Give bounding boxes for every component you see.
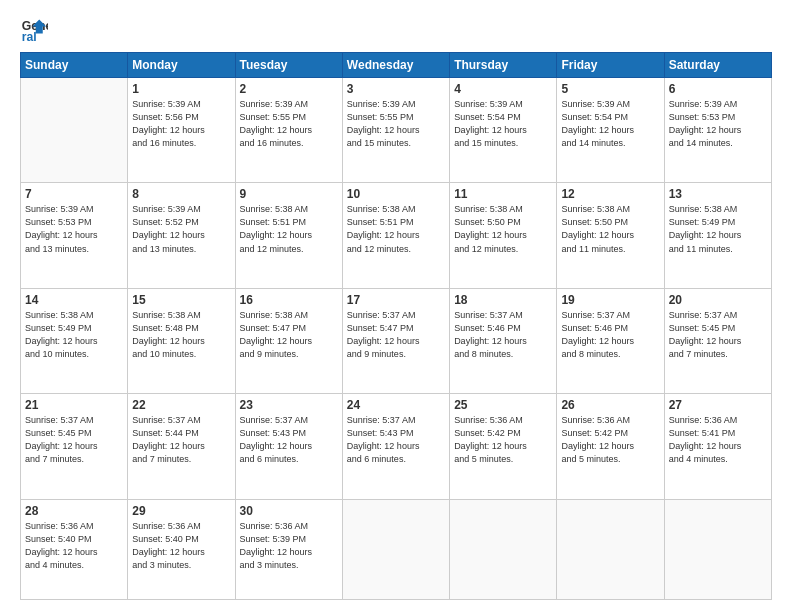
calendar-cell: 9Sunrise: 5:38 AM Sunset: 5:51 PM Daylig… bbox=[235, 183, 342, 288]
calendar-cell bbox=[664, 499, 771, 599]
day-number: 17 bbox=[347, 293, 445, 307]
day-number: 6 bbox=[669, 82, 767, 96]
day-info: Sunrise: 5:39 AM Sunset: 5:56 PM Dayligh… bbox=[132, 98, 230, 150]
day-header: Wednesday bbox=[342, 53, 449, 78]
calendar-cell: 24Sunrise: 5:37 AM Sunset: 5:43 PM Dayli… bbox=[342, 394, 449, 499]
day-number: 15 bbox=[132, 293, 230, 307]
day-number: 4 bbox=[454, 82, 552, 96]
day-info: Sunrise: 5:38 AM Sunset: 5:51 PM Dayligh… bbox=[240, 203, 338, 255]
day-header: Thursday bbox=[450, 53, 557, 78]
calendar-cell: 16Sunrise: 5:38 AM Sunset: 5:47 PM Dayli… bbox=[235, 288, 342, 393]
day-number: 14 bbox=[25, 293, 123, 307]
day-info: Sunrise: 5:38 AM Sunset: 5:50 PM Dayligh… bbox=[561, 203, 659, 255]
calendar-week-row: 21Sunrise: 5:37 AM Sunset: 5:45 PM Dayli… bbox=[21, 394, 772, 499]
day-info: Sunrise: 5:37 AM Sunset: 5:44 PM Dayligh… bbox=[132, 414, 230, 466]
logo-icon: Gene ral bbox=[20, 16, 48, 44]
day-info: Sunrise: 5:38 AM Sunset: 5:51 PM Dayligh… bbox=[347, 203, 445, 255]
day-info: Sunrise: 5:39 AM Sunset: 5:55 PM Dayligh… bbox=[347, 98, 445, 150]
calendar-week-row: 7Sunrise: 5:39 AM Sunset: 5:53 PM Daylig… bbox=[21, 183, 772, 288]
calendar-cell: 4Sunrise: 5:39 AM Sunset: 5:54 PM Daylig… bbox=[450, 78, 557, 183]
day-info: Sunrise: 5:39 AM Sunset: 5:54 PM Dayligh… bbox=[561, 98, 659, 150]
day-info: Sunrise: 5:38 AM Sunset: 5:49 PM Dayligh… bbox=[25, 309, 123, 361]
day-info: Sunrise: 5:36 AM Sunset: 5:39 PM Dayligh… bbox=[240, 520, 338, 572]
day-info: Sunrise: 5:39 AM Sunset: 5:54 PM Dayligh… bbox=[454, 98, 552, 150]
calendar-cell: 28Sunrise: 5:36 AM Sunset: 5:40 PM Dayli… bbox=[21, 499, 128, 599]
day-number: 27 bbox=[669, 398, 767, 412]
day-header: Monday bbox=[128, 53, 235, 78]
calendar-cell: 13Sunrise: 5:38 AM Sunset: 5:49 PM Dayli… bbox=[664, 183, 771, 288]
calendar-cell: 6Sunrise: 5:39 AM Sunset: 5:53 PM Daylig… bbox=[664, 78, 771, 183]
day-number: 1 bbox=[132, 82, 230, 96]
day-number: 11 bbox=[454, 187, 552, 201]
day-number: 13 bbox=[669, 187, 767, 201]
calendar-cell: 2Sunrise: 5:39 AM Sunset: 5:55 PM Daylig… bbox=[235, 78, 342, 183]
calendar-cell: 14Sunrise: 5:38 AM Sunset: 5:49 PM Dayli… bbox=[21, 288, 128, 393]
calendar-header-row: SundayMondayTuesdayWednesdayThursdayFrid… bbox=[21, 53, 772, 78]
calendar-cell: 15Sunrise: 5:38 AM Sunset: 5:48 PM Dayli… bbox=[128, 288, 235, 393]
calendar-cell: 5Sunrise: 5:39 AM Sunset: 5:54 PM Daylig… bbox=[557, 78, 664, 183]
day-header: Tuesday bbox=[235, 53, 342, 78]
day-info: Sunrise: 5:38 AM Sunset: 5:50 PM Dayligh… bbox=[454, 203, 552, 255]
calendar-cell: 22Sunrise: 5:37 AM Sunset: 5:44 PM Dayli… bbox=[128, 394, 235, 499]
day-number: 26 bbox=[561, 398, 659, 412]
calendar-cell: 27Sunrise: 5:36 AM Sunset: 5:41 PM Dayli… bbox=[664, 394, 771, 499]
calendar-cell: 30Sunrise: 5:36 AM Sunset: 5:39 PM Dayli… bbox=[235, 499, 342, 599]
day-info: Sunrise: 5:36 AM Sunset: 5:42 PM Dayligh… bbox=[561, 414, 659, 466]
calendar-cell: 17Sunrise: 5:37 AM Sunset: 5:47 PM Dayli… bbox=[342, 288, 449, 393]
day-number: 23 bbox=[240, 398, 338, 412]
day-info: Sunrise: 5:36 AM Sunset: 5:42 PM Dayligh… bbox=[454, 414, 552, 466]
calendar-cell: 19Sunrise: 5:37 AM Sunset: 5:46 PM Dayli… bbox=[557, 288, 664, 393]
day-info: Sunrise: 5:36 AM Sunset: 5:41 PM Dayligh… bbox=[669, 414, 767, 466]
day-number: 8 bbox=[132, 187, 230, 201]
day-info: Sunrise: 5:38 AM Sunset: 5:49 PM Dayligh… bbox=[669, 203, 767, 255]
calendar-week-row: 28Sunrise: 5:36 AM Sunset: 5:40 PM Dayli… bbox=[21, 499, 772, 599]
day-number: 21 bbox=[25, 398, 123, 412]
day-number: 24 bbox=[347, 398, 445, 412]
day-info: Sunrise: 5:37 AM Sunset: 5:45 PM Dayligh… bbox=[25, 414, 123, 466]
calendar-cell: 29Sunrise: 5:36 AM Sunset: 5:40 PM Dayli… bbox=[128, 499, 235, 599]
calendar-week-row: 1Sunrise: 5:39 AM Sunset: 5:56 PM Daylig… bbox=[21, 78, 772, 183]
calendar-cell: 21Sunrise: 5:37 AM Sunset: 5:45 PM Dayli… bbox=[21, 394, 128, 499]
day-number: 7 bbox=[25, 187, 123, 201]
day-info: Sunrise: 5:37 AM Sunset: 5:46 PM Dayligh… bbox=[454, 309, 552, 361]
calendar-cell bbox=[342, 499, 449, 599]
day-number: 19 bbox=[561, 293, 659, 307]
page: Gene ral SundayMondayTuesdayWednesdayThu… bbox=[0, 0, 792, 612]
day-number: 9 bbox=[240, 187, 338, 201]
calendar-table: SundayMondayTuesdayWednesdayThursdayFrid… bbox=[20, 52, 772, 600]
day-number: 16 bbox=[240, 293, 338, 307]
day-header: Saturday bbox=[664, 53, 771, 78]
day-number: 28 bbox=[25, 504, 123, 518]
day-number: 22 bbox=[132, 398, 230, 412]
calendar-cell: 7Sunrise: 5:39 AM Sunset: 5:53 PM Daylig… bbox=[21, 183, 128, 288]
day-number: 30 bbox=[240, 504, 338, 518]
calendar-cell: 18Sunrise: 5:37 AM Sunset: 5:46 PM Dayli… bbox=[450, 288, 557, 393]
calendar-cell: 11Sunrise: 5:38 AM Sunset: 5:50 PM Dayli… bbox=[450, 183, 557, 288]
calendar-cell bbox=[450, 499, 557, 599]
calendar-cell: 3Sunrise: 5:39 AM Sunset: 5:55 PM Daylig… bbox=[342, 78, 449, 183]
day-number: 25 bbox=[454, 398, 552, 412]
day-number: 29 bbox=[132, 504, 230, 518]
day-info: Sunrise: 5:37 AM Sunset: 5:45 PM Dayligh… bbox=[669, 309, 767, 361]
calendar-cell: 20Sunrise: 5:37 AM Sunset: 5:45 PM Dayli… bbox=[664, 288, 771, 393]
day-header: Sunday bbox=[21, 53, 128, 78]
day-info: Sunrise: 5:38 AM Sunset: 5:47 PM Dayligh… bbox=[240, 309, 338, 361]
logo: Gene ral bbox=[20, 16, 52, 44]
day-info: Sunrise: 5:37 AM Sunset: 5:43 PM Dayligh… bbox=[240, 414, 338, 466]
day-info: Sunrise: 5:39 AM Sunset: 5:55 PM Dayligh… bbox=[240, 98, 338, 150]
day-info: Sunrise: 5:39 AM Sunset: 5:52 PM Dayligh… bbox=[132, 203, 230, 255]
day-number: 10 bbox=[347, 187, 445, 201]
day-info: Sunrise: 5:39 AM Sunset: 5:53 PM Dayligh… bbox=[25, 203, 123, 255]
calendar-cell: 25Sunrise: 5:36 AM Sunset: 5:42 PM Dayli… bbox=[450, 394, 557, 499]
calendar-cell: 10Sunrise: 5:38 AM Sunset: 5:51 PM Dayli… bbox=[342, 183, 449, 288]
day-number: 18 bbox=[454, 293, 552, 307]
day-info: Sunrise: 5:37 AM Sunset: 5:46 PM Dayligh… bbox=[561, 309, 659, 361]
calendar-cell: 12Sunrise: 5:38 AM Sunset: 5:50 PM Dayli… bbox=[557, 183, 664, 288]
day-info: Sunrise: 5:36 AM Sunset: 5:40 PM Dayligh… bbox=[132, 520, 230, 572]
day-number: 5 bbox=[561, 82, 659, 96]
calendar-cell: 23Sunrise: 5:37 AM Sunset: 5:43 PM Dayli… bbox=[235, 394, 342, 499]
day-info: Sunrise: 5:37 AM Sunset: 5:47 PM Dayligh… bbox=[347, 309, 445, 361]
day-info: Sunrise: 5:36 AM Sunset: 5:40 PM Dayligh… bbox=[25, 520, 123, 572]
day-number: 12 bbox=[561, 187, 659, 201]
svg-text:ral: ral bbox=[22, 30, 37, 44]
